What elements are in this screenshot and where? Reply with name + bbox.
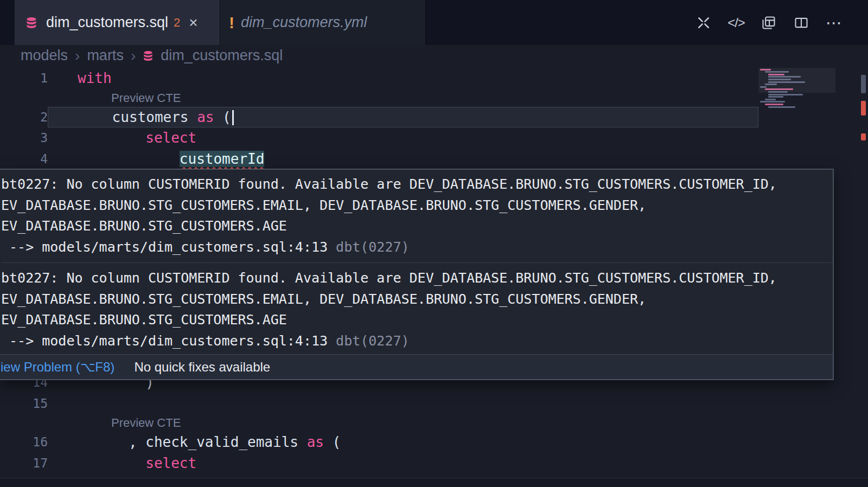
error-marker bbox=[861, 133, 866, 140]
view-problem-link[interactable]: iew Problem (⌥F8) bbox=[1, 360, 114, 375]
code-text bbox=[48, 393, 868, 414]
database-icon bbox=[23, 15, 40, 31]
editor-pane[interactable]: 1withPreview CTE2 customers as (3 select… bbox=[0, 66, 868, 487]
split-editor-icon[interactable] bbox=[793, 15, 809, 31]
code-block-top: 1withPreview CTE2 customers as (3 select… bbox=[0, 68, 868, 169]
diagnostic-location[interactable]: --> models/marts/dim_customers.sql:4:13 bbox=[1, 333, 328, 349]
copy-table-icon[interactable] bbox=[761, 15, 777, 31]
code-text: , check_valid_emails as ( bbox=[48, 432, 868, 453]
code-token: select bbox=[145, 130, 196, 146]
diagnostic-text: bt0227: No column CUSTOMERID found. Avai… bbox=[1, 268, 833, 289]
error-hover-popup: bt0227: No column CUSTOMERID found. Avai… bbox=[0, 169, 834, 380]
text-cursor bbox=[232, 110, 234, 125]
line-number: 2 bbox=[0, 107, 48, 128]
line-number: 17 bbox=[0, 453, 48, 474]
code-line-15: 15 bbox=[0, 393, 868, 414]
line-number: 16 bbox=[0, 432, 48, 453]
code-line-17: 17 select bbox=[0, 453, 868, 474]
code-token: as bbox=[307, 434, 324, 450]
no-quick-fixes-label: No quick fixes available bbox=[134, 360, 270, 375]
diagnostic-list: bt0227: No column CUSTOMERID found. Avai… bbox=[0, 170, 833, 354]
code-token: ( bbox=[214, 109, 231, 125]
diagnostic-location[interactable]: --> models/marts/dim_customers.sql:4:13 bbox=[1, 239, 328, 255]
line-number: 3 bbox=[0, 127, 48, 149]
diagnostic-location-line: --> models/marts/dim_customers.sql:4:13 … bbox=[1, 331, 833, 352]
chevron-right-icon: › bbox=[131, 47, 136, 65]
diagnostic-code: dbt(0227) bbox=[328, 333, 410, 349]
diagnostic-text: EV_DATABASE.BRUNO.STG_CUSTOMERS.AGE bbox=[1, 216, 833, 237]
line-number bbox=[0, 89, 48, 107]
popup-divider bbox=[1, 262, 833, 263]
diagnostic-text: bt0227: No column CUSTOMERID found. Avai… bbox=[1, 174, 833, 195]
diagnostic-location-line: --> models/marts/dim_customers.sql:4:13 … bbox=[1, 237, 833, 258]
breadcrumb-item-models[interactable]: models bbox=[21, 47, 68, 64]
code-token: with bbox=[78, 70, 112, 86]
code-text: with bbox=[48, 68, 868, 89]
error-marker bbox=[861, 101, 866, 116]
code-text: select bbox=[48, 453, 868, 474]
code-text: customers as ( bbox=[48, 107, 758, 128]
code-token bbox=[78, 455, 145, 471]
code-line-1: 1with bbox=[0, 68, 868, 89]
error-token: customerId bbox=[180, 151, 265, 167]
codelens-link[interactable]: Preview CTE bbox=[48, 89, 868, 107]
close-tab-icon[interactable]: × bbox=[189, 14, 197, 31]
breadcrumb-item-file[interactable]: dim_customers.sql bbox=[161, 47, 283, 64]
tab-label: dim_customers.sql bbox=[46, 14, 168, 31]
horizontal-scrollbar[interactable] bbox=[0, 478, 868, 487]
code-token: , check_valid_emails bbox=[78, 434, 307, 450]
codelens-link[interactable]: Preview CTE bbox=[48, 414, 868, 432]
line-number bbox=[0, 414, 48, 432]
line-number: 1 bbox=[0, 68, 48, 89]
code-line-16: 16 , check_valid_emails as ( bbox=[0, 432, 868, 453]
diagnostic-text: EV_DATABASE.BRUNO.STG_CUSTOMERS.AGE bbox=[1, 310, 833, 331]
minimap-viewport bbox=[758, 68, 835, 93]
editor-actions: </> ⋯ bbox=[695, 0, 868, 45]
warning-icon: ! bbox=[229, 14, 234, 32]
code-line-4: 4 customerId bbox=[0, 149, 868, 170]
code-token: customers bbox=[78, 109, 197, 125]
code-token: select bbox=[145, 455, 196, 471]
vscode-window: dim_customers.sql 2 × ! dim_customers.ym… bbox=[0, 0, 868, 487]
code-line-3: 3 select bbox=[0, 127, 868, 149]
scrollbar-thumb[interactable] bbox=[861, 75, 866, 93]
code-block-bottom: 14 )15Preview CTE16 , check_valid_emails… bbox=[0, 372, 868, 473]
database-icon bbox=[143, 50, 154, 61]
code-token: ( bbox=[324, 434, 341, 450]
dbt-preview-icon[interactable] bbox=[695, 15, 712, 31]
code-line-2: 2 customers as ( bbox=[0, 107, 868, 128]
breadcrumb: models › marts › dim_customers.sql bbox=[0, 45, 868, 66]
compiled-code-icon[interactable]: </> bbox=[728, 15, 744, 31]
line-number: 15 bbox=[0, 393, 48, 414]
more-actions-icon[interactable]: ⋯ bbox=[826, 15, 842, 31]
code-text: customerId bbox=[48, 149, 868, 170]
tab-dim-customers-yml[interactable]: ! dim_customers.yml bbox=[220, 0, 426, 45]
codelens-row: Preview CTE bbox=[0, 89, 868, 107]
breadcrumb-item-marts[interactable]: marts bbox=[87, 47, 124, 64]
diagnostic-message: bt0227: No column CUSTOMERID found. Avai… bbox=[1, 268, 833, 351]
chevron-right-icon: › bbox=[75, 47, 80, 65]
diagnostic-text: EV_DATABASE.BRUNO.STG_CUSTOMERS.EMAIL, D… bbox=[1, 289, 833, 310]
diagnostic-message: bt0227: No column CUSTOMERID found. Avai… bbox=[1, 174, 833, 258]
tab-label: dim_customers.yml bbox=[241, 14, 367, 31]
code-token bbox=[78, 130, 145, 146]
tab-bar: dim_customers.sql 2 × ! dim_customers.ym… bbox=[0, 0, 868, 45]
code-text: select bbox=[48, 127, 868, 149]
tab-dim-customers-sql[interactable]: dim_customers.sql 2 × bbox=[15, 0, 220, 45]
diagnostic-text: EV_DATABASE.BRUNO.STG_CUSTOMERS.EMAIL, D… bbox=[1, 195, 833, 216]
hover-status-bar: iew Problem (⌥F8) No quick fixes availab… bbox=[0, 354, 833, 379]
code-token: as bbox=[197, 109, 214, 125]
diagnostic-code: dbt(0227) bbox=[328, 239, 410, 255]
codelens-row: Preview CTE bbox=[0, 414, 868, 432]
minimap[interactable] bbox=[758, 68, 835, 127]
tab-error-count-badge: 2 bbox=[174, 16, 180, 30]
code-token bbox=[78, 151, 180, 167]
line-number: 4 bbox=[0, 149, 48, 170]
